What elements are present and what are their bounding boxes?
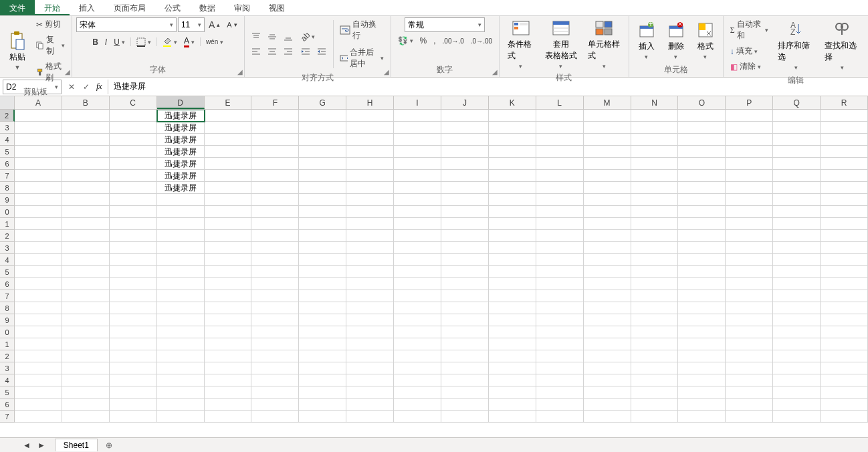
cell[interactable] — [726, 122, 773, 134]
cell[interactable] — [251, 206, 299, 218]
cell[interactable] — [536, 182, 584, 194]
cell[interactable] — [441, 350, 489, 362]
cell[interactable] — [773, 218, 821, 230]
cell[interactable] — [205, 386, 252, 399]
align-middle-button[interactable] — [265, 31, 280, 43]
cell[interactable] — [110, 386, 157, 399]
cell[interactable] — [251, 122, 299, 134]
cell[interactable] — [157, 350, 205, 362]
cell[interactable] — [773, 242, 821, 254]
column-header[interactable]: K — [489, 96, 536, 109]
cell[interactable] — [251, 218, 299, 230]
cell[interactable] — [251, 302, 299, 314]
cell[interactable] — [584, 350, 631, 362]
row-header[interactable]: 4 — [0, 374, 15, 386]
cell[interactable] — [15, 218, 62, 230]
cell[interactable] — [62, 218, 110, 230]
cell[interactable] — [773, 158, 821, 170]
cell[interactable] — [157, 278, 205, 290]
cell[interactable] — [205, 302, 252, 314]
cell[interactable] — [773, 338, 821, 350]
cell[interactable] — [394, 338, 441, 350]
cell[interactable] — [821, 362, 868, 374]
cell[interactable] — [299, 290, 346, 302]
cell[interactable] — [489, 146, 536, 158]
cell[interactable] — [441, 146, 489, 158]
cell[interactable] — [441, 194, 489, 206]
cell[interactable] — [536, 350, 584, 362]
cell[interactable] — [346, 302, 394, 314]
cell[interactable] — [394, 266, 441, 278]
row-header[interactable]: 3 — [0, 242, 15, 254]
cell[interactable] — [584, 302, 631, 314]
cell[interactable] — [726, 110, 773, 122]
cell[interactable] — [110, 206, 157, 218]
cell[interactable] — [441, 242, 489, 254]
cell[interactable] — [821, 411, 868, 423]
cell[interactable] — [584, 218, 631, 230]
fill-button[interactable]: ↓填充▾ — [728, 44, 772, 58]
fx-label[interactable]: fx — [94, 80, 108, 94]
cell[interactable] — [678, 158, 726, 170]
tab-formulas[interactable]: 公式 — [155, 0, 190, 15]
cell[interactable] — [251, 182, 299, 194]
cell[interactable] — [441, 362, 489, 374]
cell[interactable] — [346, 110, 394, 122]
cell[interactable] — [394, 374, 441, 386]
format-painter-button[interactable]: 格式刷 — [33, 60, 68, 85]
row-header[interactable]: 7 — [0, 290, 15, 302]
cell[interactable] — [821, 122, 868, 134]
cell[interactable] — [489, 386, 536, 399]
cell[interactable] — [821, 350, 868, 362]
cell[interactable] — [536, 194, 584, 206]
cell[interactable] — [489, 206, 536, 218]
cell[interactable] — [536, 206, 584, 218]
cell[interactable] — [773, 326, 821, 338]
cell[interactable] — [205, 134, 252, 146]
font-size-select[interactable]: 11 ▾ — [178, 17, 205, 32]
cell[interactable] — [489, 374, 536, 386]
cell[interactable] — [536, 374, 584, 386]
cell[interactable] — [62, 411, 110, 423]
cell[interactable] — [299, 338, 346, 350]
row-header[interactable]: 0 — [0, 326, 15, 338]
cell[interactable] — [489, 218, 536, 230]
increase-indent-button[interactable] — [314, 45, 329, 58]
cell[interactable] — [346, 326, 394, 338]
cell[interactable] — [62, 338, 110, 350]
cell[interactable] — [299, 170, 346, 182]
cell[interactable] — [678, 266, 726, 278]
delete-cells-button[interactable]: × 删除▾ — [663, 19, 689, 62]
cell[interactable] — [678, 411, 726, 423]
cell[interactable] — [62, 170, 110, 182]
cell[interactable] — [346, 350, 394, 362]
cell[interactable] — [394, 362, 441, 374]
cell[interactable] — [15, 134, 62, 146]
cell[interactable] — [346, 386, 394, 399]
cell[interactable] — [394, 278, 441, 290]
cell[interactable] — [62, 206, 110, 218]
cell[interactable] — [15, 230, 62, 242]
column-header[interactable]: C — [110, 96, 157, 109]
cell[interactable] — [299, 399, 346, 411]
cell[interactable] — [15, 411, 62, 423]
cell[interactable] — [394, 254, 441, 266]
dialog-launcher-icon[interactable]: ◢ — [65, 68, 70, 76]
cell[interactable] — [631, 110, 679, 122]
cell[interactable] — [15, 146, 62, 158]
cell[interactable] — [678, 194, 726, 206]
cell[interactable] — [678, 146, 726, 158]
cell[interactable] — [157, 218, 205, 230]
cell[interactable] — [15, 290, 62, 302]
cell[interactable] — [726, 170, 773, 182]
cell[interactable] — [157, 242, 205, 254]
cell[interactable] — [251, 338, 299, 350]
cell[interactable] — [15, 122, 62, 134]
cell[interactable] — [110, 302, 157, 314]
cell[interactable] — [441, 182, 489, 194]
cell[interactable] — [110, 110, 157, 122]
cell[interactable] — [536, 362, 584, 374]
cell[interactable] — [299, 194, 346, 206]
cell[interactable] — [441, 374, 489, 386]
cell[interactable] — [62, 146, 110, 158]
